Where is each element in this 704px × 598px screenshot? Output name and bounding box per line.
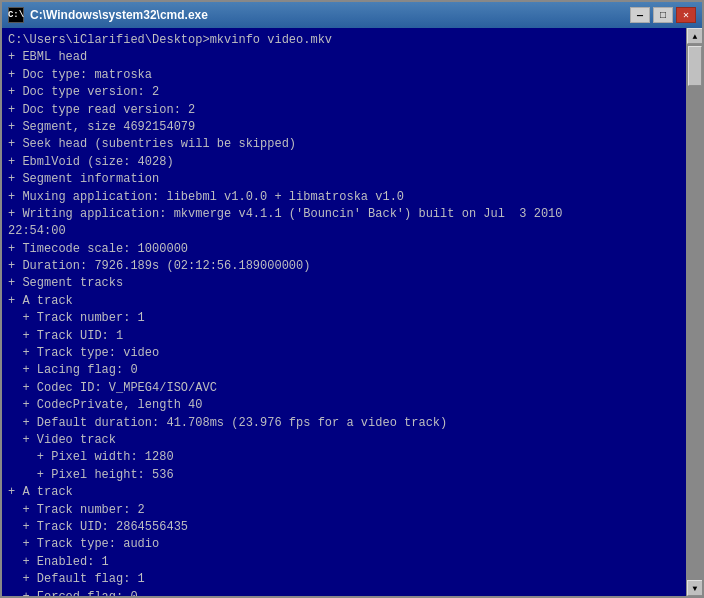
terminal-line: + Track type: audio: [8, 536, 680, 553]
terminal-line: C:\Users\iClarified\Desktop>mkvinfo vide…: [8, 32, 680, 49]
terminal-line: + Pixel height: 536: [8, 467, 680, 484]
terminal-line: + A track: [8, 484, 680, 501]
terminal-line: + Doc type read version: 2: [8, 102, 680, 119]
terminal-line: + Track number: 1: [8, 310, 680, 327]
terminal-line: + Track UID: 1: [8, 328, 680, 345]
terminal-line: + Default duration: 41.708ms (23.976 fps…: [8, 415, 680, 432]
scrollbar-track[interactable]: [687, 44, 702, 580]
terminal-line: + Enabled: 1: [8, 554, 680, 571]
terminal-line: + Video track: [8, 432, 680, 449]
terminal-line: + Segment, size 4692154079: [8, 119, 680, 136]
terminal-line: + Muxing application: libebml v1.0.0 + l…: [8, 189, 680, 206]
terminal-line: + EBML head: [8, 49, 680, 66]
close-button[interactable]: ✕: [676, 7, 696, 23]
window-title: C:\Windows\system32\cmd.exe: [30, 8, 208, 22]
terminal-line: + Forced flag: 0: [8, 589, 680, 597]
terminal-line: + Writing application: mkvmerge v4.1.1 (…: [8, 206, 680, 223]
scrollbar[interactable]: ▲ ▼: [686, 28, 702, 596]
terminal-line: + Track UID: 2864556435: [8, 519, 680, 536]
scrollbar-thumb[interactable]: [688, 46, 702, 86]
terminal-line: + Track type: video: [8, 345, 680, 362]
cmd-window: C:\ C:\Windows\system32\cmd.exe — □ ✕ C:…: [0, 0, 704, 598]
terminal-line: + Track number: 2: [8, 502, 680, 519]
terminal-line: + Lacing flag: 0: [8, 362, 680, 379]
terminal-line: + Segment information: [8, 171, 680, 188]
terminal-line: + Segment tracks: [8, 275, 680, 292]
terminal-line: + Doc type: matroska: [8, 67, 680, 84]
title-bar-left: C:\ C:\Windows\system32\cmd.exe: [8, 7, 208, 23]
terminal-line: + Pixel width: 1280: [8, 449, 680, 466]
terminal-line: + Default flag: 1: [8, 571, 680, 588]
terminal-line: + EbmlVoid (size: 4028): [8, 154, 680, 171]
terminal-line: + Codec ID: V_MPEG4/ISO/AVC: [8, 380, 680, 397]
terminal-line: + Duration: 7926.189s (02:12:56.18900000…: [8, 258, 680, 275]
scroll-down-button[interactable]: ▼: [687, 580, 702, 596]
terminal-line: 22:54:00: [8, 223, 680, 240]
minimize-button[interactable]: —: [630, 7, 650, 23]
terminal-line: + Timecode scale: 1000000: [8, 241, 680, 258]
terminal-line: + CodecPrivate, length 40: [8, 397, 680, 414]
title-buttons: — □ ✕: [630, 7, 696, 23]
title-bar: C:\ C:\Windows\system32\cmd.exe — □ ✕: [2, 2, 702, 28]
scroll-up-button[interactable]: ▲: [687, 28, 702, 44]
cmd-icon: C:\: [8, 7, 24, 23]
terminal-line: + Doc type version: 2: [8, 84, 680, 101]
content-area: C:\Users\iClarified\Desktop>mkvinfo vide…: [2, 28, 702, 596]
terminal-line: + A track: [8, 293, 680, 310]
terminal-output[interactable]: C:\Users\iClarified\Desktop>mkvinfo vide…: [2, 28, 686, 596]
maximize-button[interactable]: □: [653, 7, 673, 23]
terminal-line: + Seek head (subentries will be skipped): [8, 136, 680, 153]
